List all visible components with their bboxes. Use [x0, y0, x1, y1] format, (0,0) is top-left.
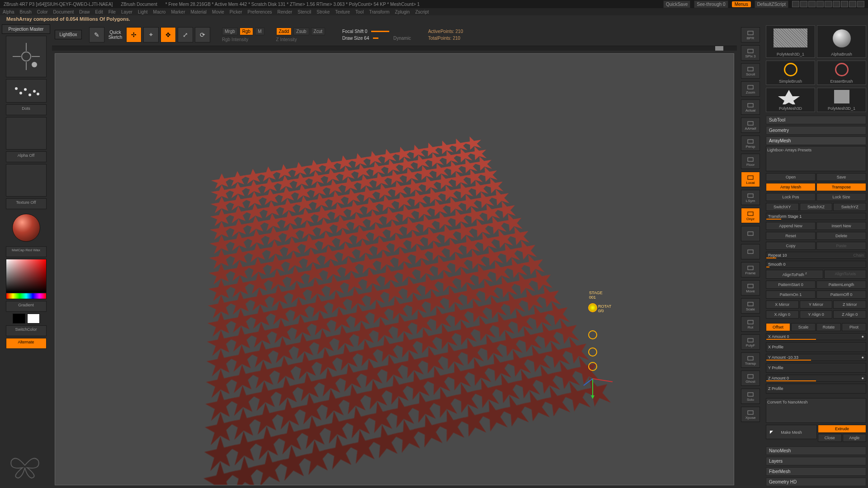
- win-btn[interactable]: [808, 1, 816, 7]
- menu-zscript[interactable]: Zscript: [415, 9, 429, 14]
- menu-alpha[interactable]: Alpha: [3, 9, 14, 14]
- tool-thumb[interactable]: EraserBrush: [817, 61, 866, 85]
- z-mirror[interactable]: Z Mirror: [833, 300, 866, 309]
- pattern-on[interactable]: PatternOn 1: [766, 291, 816, 299]
- copy-btn[interactable]: Copy: [766, 242, 816, 250]
- nav-lsym[interactable]: LSym: [741, 190, 760, 205]
- win-btn[interactable]: [800, 1, 807, 7]
- repeat-slider[interactable]: Repeat 10Chain: [766, 252, 866, 259]
- nav-local[interactable]: Local: [741, 172, 760, 187]
- section-geometry[interactable]: Geometry: [766, 126, 866, 135]
- rgb-intensity-slider[interactable]: Rgb Intensity: [222, 37, 264, 42]
- section-subtool[interactable]: SubTool: [766, 116, 866, 124]
- y-amount-slider[interactable]: Y Amount -10.33●: [766, 354, 866, 361]
- pattern-start[interactable]: PatternStart 0: [766, 281, 816, 289]
- mrgb-toggle[interactable]: Mrgb: [222, 28, 238, 35]
- win-btn[interactable]: [792, 1, 799, 7]
- reset-btn[interactable]: Reset: [766, 232, 816, 240]
- close-btn[interactable]: Close: [818, 434, 842, 442]
- menu-tool[interactable]: Tool: [355, 9, 363, 14]
- menu-brush[interactable]: Brush: [20, 9, 32, 14]
- nav-actual[interactable]: Actual: [741, 99, 760, 115]
- switch-color[interactable]: SwitchColor: [6, 325, 47, 336]
- menus-toggle[interactable]: Menus: [732, 1, 751, 7]
- edit-mode-icon[interactable]: ✢: [126, 27, 142, 42]
- append-new[interactable]: Append New: [766, 222, 816, 230]
- quicksave-button[interactable]: QuickSave: [663, 0, 690, 8]
- nav-spix-3[interactable]: SPix 3: [741, 45, 760, 61]
- arrays-presets[interactable]: Lightbox› Arrays Presets: [766, 146, 866, 171]
- menu-transform[interactable]: Transform: [369, 9, 389, 14]
- win-btn[interactable]: [849, 1, 856, 7]
- convert-nanomesh[interactable]: Convert To NanoMesh: [766, 398, 866, 423]
- nav-aahalf[interactable]: AAHalf: [741, 117, 760, 133]
- rotate-mode-icon[interactable]: ⟳: [195, 27, 210, 42]
- zadd-toggle[interactable]: Zadd: [276, 28, 292, 35]
- tool-thumb[interactable]: PolyMesh3D_1: [817, 88, 866, 112]
- rgb-toggle[interactable]: Rgb: [240, 28, 253, 35]
- nav-polyf[interactable]: PolyF: [741, 334, 760, 350]
- section-arraymesh[interactable]: ArrayMesh: [766, 136, 866, 145]
- scale-mode-icon[interactable]: ⤢: [178, 27, 193, 42]
- color-picker[interactable]: [6, 259, 47, 293]
- tool-thumb[interactable]: PolyMesh3D: [766, 88, 815, 112]
- nav-ghost[interactable]: Ghost: [741, 371, 760, 386]
- m-toggle[interactable]: M: [255, 28, 264, 35]
- menu-zplugin[interactable]: Zplugin: [395, 9, 410, 14]
- win-btn[interactable]: [857, 1, 864, 7]
- menu-stencil[interactable]: Stencil: [297, 9, 311, 14]
- smooth-slider[interactable]: Smooth 0: [766, 261, 866, 268]
- quick-sketch[interactable]: Quick Sketch: [106, 30, 124, 40]
- nav-persp[interactable]: Persp: [741, 136, 760, 151]
- menu-picker[interactable]: Picker: [230, 9, 242, 14]
- z-profile[interactable]: Z Profile: [766, 384, 866, 394]
- tool-thumb[interactable]: SimpleBrush: [766, 61, 815, 85]
- y-align[interactable]: Y Align 0: [800, 310, 833, 319]
- nav-bpr[interactable]: BPR: [741, 27, 760, 42]
- nav-oxyz[interactable]: Oxyz: [741, 208, 760, 223]
- z-align[interactable]: Z Align 0: [833, 310, 866, 319]
- align-to-axis[interactable]: AlignToAxis: [824, 270, 866, 279]
- sketch-icon[interactable]: ✎: [89, 27, 104, 42]
- menu-file[interactable]: File: [108, 9, 116, 14]
- delete-btn[interactable]: Delete: [816, 232, 866, 240]
- menu-material[interactable]: Material: [191, 9, 207, 14]
- pivot-tab[interactable]: Pivot: [842, 323, 866, 331]
- timeline[interactable]: [52, 46, 737, 51]
- win-btn[interactable]: [833, 1, 840, 7]
- nav-transp[interactable]: Transp: [741, 352, 760, 368]
- menu-macro[interactable]: Macro: [153, 9, 166, 14]
- nav-xpose[interactable]: Xpose: [741, 407, 760, 422]
- nav-zoom[interactable]: Zoom: [741, 81, 760, 97]
- draw-mode-icon[interactable]: ⌖: [143, 27, 159, 42]
- nav-move[interactable]: Move: [741, 280, 760, 296]
- offset-tab[interactable]: Offset: [766, 323, 790, 331]
- nav-floor[interactable]: Floor: [741, 154, 760, 169]
- pattern-length[interactable]: PatternLength: [816, 281, 866, 289]
- texture-slot[interactable]: [6, 164, 47, 197]
- menu-draw[interactable]: Draw: [79, 9, 90, 14]
- scale-tab[interactable]: Scale: [791, 323, 816, 331]
- x-profile[interactable]: X Profile: [766, 342, 866, 352]
- section-layers[interactable]: Layers: [766, 457, 866, 465]
- stroke-preview[interactable]: [6, 79, 47, 103]
- make-mesh-btn[interactable]: Make Mesh◤: [766, 425, 817, 439]
- open-btn[interactable]: Open: [766, 173, 816, 181]
- lightbox-button[interactable]: LightBox: [55, 30, 82, 39]
- switch-xz[interactable]: SwitchXZ: [800, 203, 833, 211]
- menu-stroke[interactable]: Stroke: [316, 9, 330, 14]
- array-mesh-toggle[interactable]: Array Mesh: [766, 183, 816, 191]
- win-btn[interactable]: [841, 1, 848, 7]
- menu-edit[interactable]: Edit: [95, 9, 103, 14]
- swatch-white[interactable]: [27, 314, 40, 324]
- menu-preferences[interactable]: Preferences: [248, 9, 272, 14]
- menu-document[interactable]: Document: [53, 9, 74, 14]
- seethrough-slider[interactable]: See-through 0: [694, 0, 728, 8]
- menu-layer[interactable]: Layer: [121, 9, 132, 14]
- win-btn[interactable]: [825, 1, 832, 7]
- viewport-canvas[interactable]: STAGE001 ROTAT0/0: [55, 53, 734, 485]
- menu-color[interactable]: Color: [37, 9, 48, 14]
- menu-light[interactable]: Light: [138, 9, 148, 14]
- section-nanomesh[interactable]: NanoMesh: [766, 446, 866, 455]
- nav-frame[interactable]: Frame: [741, 262, 760, 277]
